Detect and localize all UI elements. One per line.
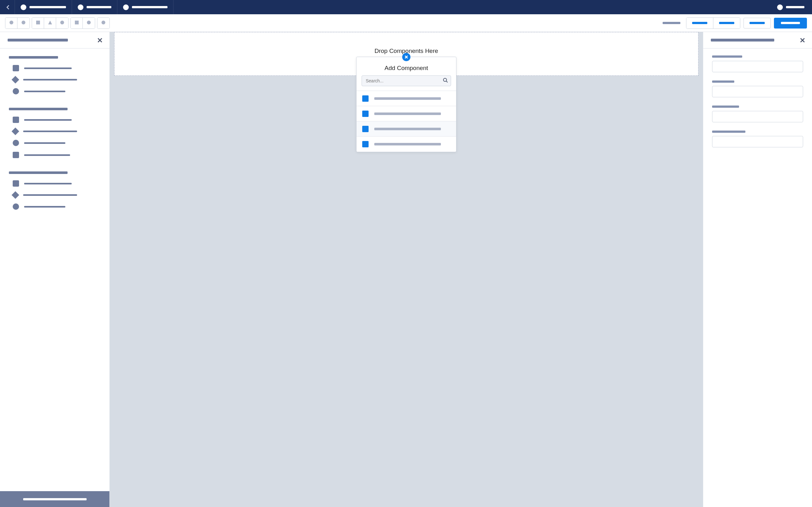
tool-group bbox=[32, 17, 68, 29]
avatar-icon bbox=[777, 4, 783, 10]
tool-button[interactable] bbox=[97, 18, 109, 29]
toolbar-button-group bbox=[686, 17, 740, 29]
triangle-icon bbox=[48, 20, 52, 26]
toolbar-button-1[interactable] bbox=[687, 18, 713, 29]
toolbar bbox=[0, 14, 812, 32]
circle-icon bbox=[9, 20, 14, 26]
toolbar-left bbox=[5, 17, 112, 29]
svg-point-0 bbox=[9, 20, 13, 24]
tab-icon bbox=[123, 4, 129, 10]
tab-icon bbox=[20, 4, 26, 10]
nav-tabs bbox=[14, 0, 774, 14]
tab-label bbox=[87, 6, 111, 8]
svg-rect-4 bbox=[75, 20, 79, 24]
tool-button[interactable] bbox=[5, 18, 17, 29]
circle-icon bbox=[60, 20, 64, 26]
tool-button[interactable] bbox=[71, 18, 83, 29]
tool-group bbox=[5, 17, 30, 29]
svg-point-1 bbox=[21, 20, 26, 24]
tool-button[interactable] bbox=[44, 18, 56, 29]
nav-tab[interactable] bbox=[72, 0, 117, 14]
svg-point-6 bbox=[101, 20, 105, 24]
circle-icon bbox=[87, 20, 91, 26]
tab-label bbox=[132, 6, 167, 8]
toolbar-button-2[interactable] bbox=[713, 18, 740, 29]
svg-point-3 bbox=[60, 20, 64, 24]
svg-rect-2 bbox=[36, 20, 40, 24]
nav-tab[interactable] bbox=[117, 0, 173, 14]
tool-group bbox=[70, 17, 95, 29]
tool-button[interactable] bbox=[32, 18, 44, 29]
nav-tab[interactable] bbox=[14, 0, 72, 14]
tool-button[interactable] bbox=[17, 18, 30, 29]
tool-button[interactable] bbox=[56, 18, 68, 29]
tool-group bbox=[97, 17, 110, 29]
global-nav bbox=[0, 0, 812, 14]
toolbar-primary-button[interactable] bbox=[774, 18, 807, 29]
square-icon bbox=[74, 20, 79, 26]
toolbar-button-3[interactable] bbox=[744, 18, 771, 29]
nav-right bbox=[776, 0, 808, 14]
nav-user-label bbox=[786, 6, 804, 8]
toolbar-right bbox=[663, 17, 807, 29]
circle-icon bbox=[21, 20, 26, 26]
circle-icon bbox=[101, 20, 106, 26]
tab-icon bbox=[78, 4, 84, 10]
square-icon bbox=[36, 20, 40, 26]
tab-label bbox=[30, 6, 66, 8]
toolbar-text-link[interactable] bbox=[663, 22, 680, 24]
tool-button[interactable] bbox=[83, 18, 95, 29]
nav-user[interactable] bbox=[776, 0, 806, 14]
svg-point-5 bbox=[87, 20, 91, 24]
back-button[interactable] bbox=[4, 3, 13, 12]
